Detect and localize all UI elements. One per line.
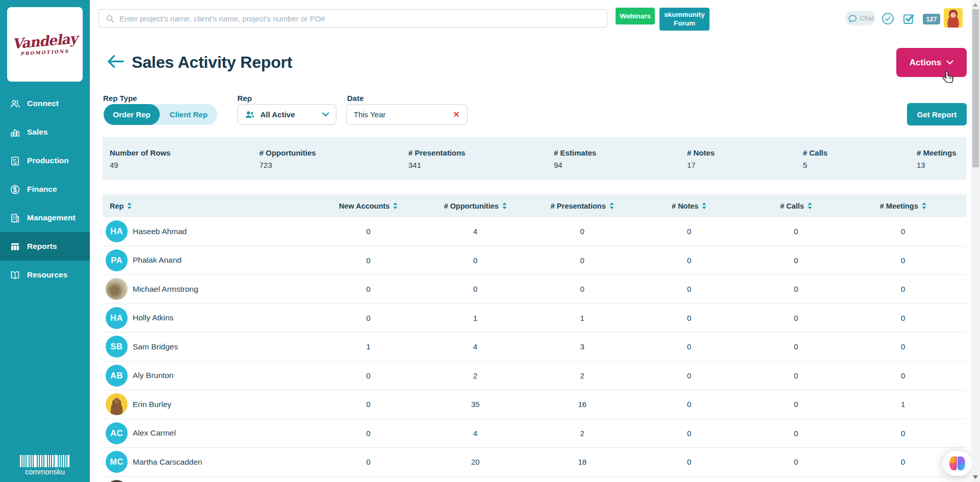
dollar-icon (10, 184, 20, 195)
table-row[interactable]: HAHolly Atkins011000 (103, 304, 966, 333)
assistant-fab-button[interactable] (943, 451, 972, 476)
column-header-label: # Calls (780, 202, 804, 210)
rep-name[interactable]: Haseeb Ahmad (133, 227, 187, 236)
value-cell: 0 (636, 400, 743, 409)
page-scrollbar[interactable] (971, 0, 980, 482)
actions-button[interactable]: Actions (896, 48, 967, 77)
rep-select-dropdown[interactable]: All Active (237, 104, 336, 125)
rep-avatar-initials[interactable]: AC (106, 422, 128, 444)
rep-avatar-photo[interactable] (106, 278, 128, 300)
tenant-logo-name: Vandelay (12, 31, 78, 50)
scrollbar-thumb[interactable] (972, 9, 979, 167)
value-cell: 4 (422, 227, 529, 236)
value-cell: 0 (850, 342, 957, 351)
clear-date-icon[interactable]: ✕ (453, 110, 460, 119)
rep-name[interactable]: Erin Burley (133, 400, 172, 409)
back-arrow-button[interactable] (107, 55, 124, 68)
rep-avatar-initials[interactable]: AB (106, 365, 128, 387)
sort-icon[interactable] (393, 202, 398, 209)
scrollbar-up-arrow-icon[interactable] (973, 3, 978, 7)
summary-stat-value: 341 (408, 161, 421, 169)
sort-icon[interactable] (702, 202, 706, 209)
value-cell: 0 (315, 458, 422, 466)
table-row[interactable]: Michael Armstrong000000 (103, 275, 966, 304)
value-cell: 0 (422, 256, 529, 265)
value-cell: 0 (636, 429, 743, 438)
rep-name[interactable]: Alex Carmel (133, 428, 176, 438)
bar-chart-icon (10, 127, 20, 138)
value-cell: 0 (850, 285, 957, 293)
sort-icon[interactable] (922, 202, 926, 209)
search-input[interactable]: Enter project's name, client's name, pro… (99, 9, 607, 28)
rep-avatar-initials[interactable]: HA (106, 220, 128, 242)
column-header-new-accounts[interactable]: New Accounts (315, 202, 422, 210)
value-cell: 0 (850, 429, 957, 438)
chat-button[interactable]: Chat (845, 11, 875, 26)
column-header-rep[interactable]: Rep (103, 202, 315, 210)
rep-name[interactable]: Aly Brunton (133, 371, 174, 380)
tenant-logo: Vandelay PROMOTIONS (7, 7, 83, 82)
scrollbar-down-arrow-icon[interactable] (973, 475, 978, 479)
value-cell: 2 (529, 429, 636, 438)
column-header-label: New Accounts (339, 202, 389, 210)
building-icon (10, 213, 20, 223)
date-filter-input[interactable]: This Year ✕ (346, 104, 468, 125)
order-rep-toggle-option[interactable]: Order Rep (104, 104, 160, 125)
rep-avatar-initials[interactable]: SB (106, 336, 128, 358)
page-title: Sales Activity Report (132, 53, 292, 72)
sidebar-item-management[interactable]: Management (0, 204, 90, 232)
value-cell: 1 (850, 400, 957, 409)
rep-avatar-initials[interactable]: HA (106, 307, 128, 329)
value-cell: 0 (636, 342, 743, 351)
rep-avatar-photo[interactable] (106, 393, 128, 415)
sidebar-item-production[interactable]: Production (0, 146, 90, 175)
table-row[interactable]: SBSam Bridges143000 (103, 333, 966, 362)
sidebar-item-reports[interactable]: Reports (0, 232, 90, 261)
rep-name[interactable]: Michael Armstrong (133, 285, 198, 294)
sidebar-item-finance[interactable]: Finance (0, 175, 90, 204)
rep-avatar-initials[interactable]: MC (106, 451, 128, 473)
rep-cell: HAHaseeb Ahmad (103, 220, 315, 242)
table-row[interactable]: PAPhalak Anand000000 (103, 246, 966, 275)
sort-icon[interactable] (609, 202, 614, 209)
sidebar-item-resources[interactable]: Resources (0, 261, 90, 289)
sidebar-item-sales[interactable]: Sales (0, 118, 90, 146)
rep-name[interactable]: Holly Atkins (133, 313, 174, 322)
rep-cell: ABAly Brunton (103, 365, 315, 387)
table-row[interactable]: MCMartha Carscadden02018000 (103, 448, 966, 477)
rep-name[interactable]: Martha Carscadden (133, 458, 202, 467)
value-cell: 0 (743, 458, 850, 466)
value-cell: 0 (743, 314, 850, 322)
summary-stat-value: 723 (259, 161, 272, 169)
rep-name[interactable]: Phalak Anand (133, 256, 182, 265)
column-header-opportunities[interactable]: # Opportunities (422, 202, 529, 210)
rep-avatar-initials[interactable]: PA (106, 249, 128, 271)
approvals-check-circle-icon[interactable] (881, 12, 894, 25)
sidebar: Vandelay PROMOTIONS ConnectSalesProducti… (0, 0, 90, 482)
webinars-button[interactable]: Webinars (616, 8, 655, 24)
column-header-presentations[interactable]: # Presentations (529, 202, 636, 210)
summary-stat-label: # Estimates (554, 148, 596, 157)
column-header-calls[interactable]: # Calls (743, 202, 850, 210)
sidebar-item-connect[interactable]: Connect (0, 89, 90, 118)
sort-icon[interactable] (807, 202, 812, 209)
sort-icon[interactable] (127, 202, 132, 209)
table-row[interactable]: Erin Burley03516001 (103, 390, 966, 419)
table-row[interactable]: ABAly Brunton022000 (103, 362, 966, 391)
skummunity-forum-button[interactable]: skummunity Forum (659, 8, 709, 31)
get-report-button[interactable]: Get Report (907, 103, 967, 125)
rep-name[interactable]: Sam Bridges (133, 342, 178, 351)
column-header-notes[interactable]: # Notes (636, 202, 743, 210)
table-row[interactable]: ACAlex Carmel042000 (103, 419, 966, 448)
people-icon (244, 110, 255, 119)
client-rep-toggle-option[interactable]: Client Rep (160, 104, 217, 125)
table-row[interactable]: HAHaseeb Ahmad040000 (103, 217, 966, 246)
tasks-checkbox-icon[interactable] (902, 12, 915, 25)
column-header-label: Rep (110, 202, 124, 210)
user-avatar[interactable] (944, 8, 963, 28)
rep-type-toggle: Order Rep Client Rep (104, 104, 217, 125)
column-header-meetings[interactable]: # Meetings (850, 202, 957, 210)
sort-icon[interactable] (502, 202, 507, 209)
summary-stat-value: 17 (687, 161, 696, 169)
notification-count-badge[interactable]: 127 (923, 14, 940, 24)
